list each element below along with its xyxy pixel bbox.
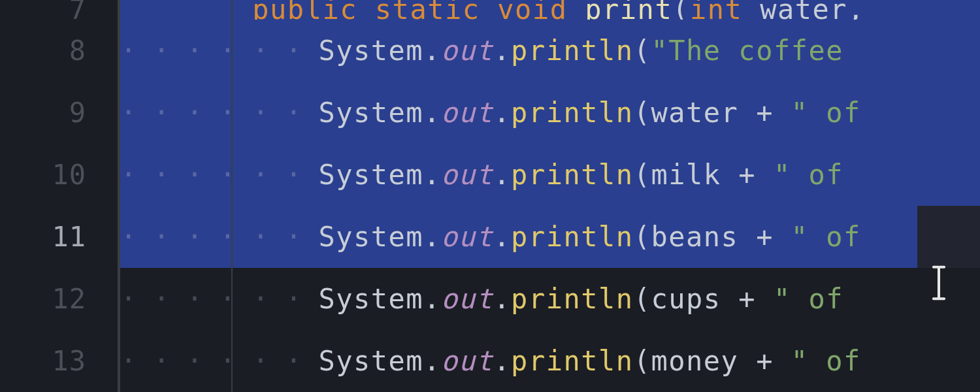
line-number: 9 xyxy=(0,99,118,127)
whitespace-dots: · · · · · · xyxy=(120,97,318,129)
code-line[interactable]: · · · · · · System.out.println(money + "… xyxy=(120,330,980,392)
whitespace-dots: · · · · · · xyxy=(120,221,318,253)
code-text-area[interactable]: public static void print(int water, · · … xyxy=(118,0,980,392)
whitespace-dots: · · · · · · xyxy=(120,283,318,315)
indent-guide xyxy=(231,0,233,392)
line-number-current: 11 xyxy=(0,223,118,251)
whitespace-dots: · · · · · · xyxy=(120,345,318,377)
line-number: 8 xyxy=(0,37,118,65)
line-number: 13 xyxy=(0,348,118,375)
line-number-gutter: 7 8 9 10 11 12 13 xyxy=(0,0,118,392)
code-line[interactable]: · · · · · · System.out.println(milk + " … xyxy=(120,144,980,206)
whitespace-dots: · · · · · · xyxy=(120,35,318,67)
whitespace-dots: · · · · · · xyxy=(120,159,318,191)
line-number: 7 xyxy=(0,0,118,24)
line-number: 10 xyxy=(0,161,118,189)
code-editor[interactable]: 7 8 9 10 11 12 13 public static void pri… xyxy=(0,0,980,392)
line-number: 12 xyxy=(0,286,118,313)
code-line[interactable]: · · · · · · System.out.println(water + "… xyxy=(120,82,980,144)
code-line[interactable]: · · · · · · System.out.println(beans + "… xyxy=(120,206,980,268)
code-line[interactable]: public static void print(int water, xyxy=(120,0,980,20)
code-line[interactable]: · · · · · · System.out.println(cups + " … xyxy=(120,268,980,330)
code-line[interactable]: · · · · · · System.out.println("The coff… xyxy=(120,20,980,82)
